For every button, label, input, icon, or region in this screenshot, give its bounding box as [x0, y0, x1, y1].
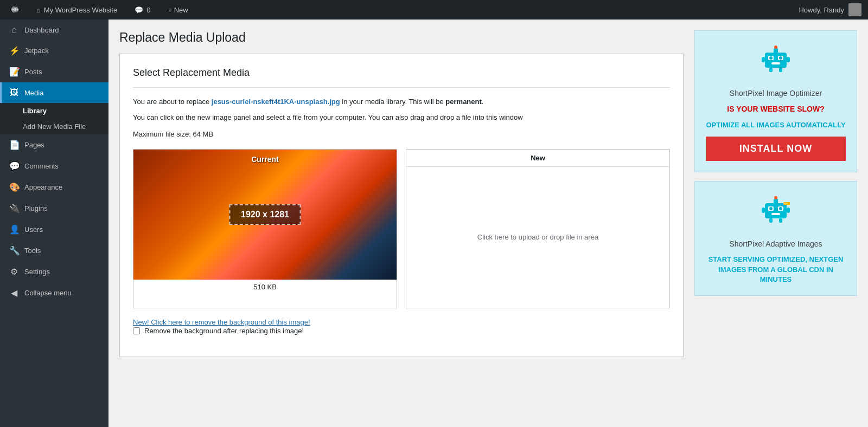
page-title: Replace Media Upload [119, 30, 684, 45]
sidebar-item-label: Posts [24, 68, 42, 76]
sidebar-item-media[interactable]: 🖼 Media [0, 82, 108, 103]
site-name: My WordPress Website [44, 6, 117, 14]
howdy-text: Howdy, Randy [799, 6, 844, 14]
svg-rect-8 [762, 57, 765, 62]
media-icon: 🖼 [9, 88, 19, 98]
sidebar-item-plugins[interactable]: 🔌 Plugins [0, 198, 108, 219]
new-content-button[interactable]: + New [163, 4, 192, 16]
sidebar-item-dashboard[interactable]: ⌂ Dashboard [0, 20, 108, 40]
desc-pre: You are about to replace [133, 98, 212, 106]
svg-point-15 [769, 207, 773, 210]
svg-rect-5 [771, 62, 780, 64]
current-image-container: Current 1920 x 1281 [133, 150, 397, 280]
svg-rect-6 [774, 48, 778, 54]
svg-point-4 [779, 56, 782, 60]
sidebar-item-label: Users [24, 225, 43, 234]
max-file-size: Maximum file size: 64 MB [133, 130, 670, 138]
wp-logo-icon: ✺ [11, 4, 19, 16]
home-icon: ⌂ [36, 6, 41, 14]
sidebar-submenu-library[interactable]: Library [0, 103, 108, 119]
sidebar-item-label: Tools [24, 247, 41, 255]
sidebar-item-label: Comments [24, 162, 59, 170]
ad-shortpixel-optimizer: ShortPixel Image Optimizer IS YOUR WEBSI… [694, 30, 857, 172]
upload-drop-area[interactable]: Click here to upload or drop file in are… [406, 167, 669, 308]
svg-point-3 [769, 56, 773, 60]
dashboard-icon: ⌂ [9, 25, 19, 35]
sidebar-item-users[interactable]: 👤 Users [0, 219, 108, 240]
appearance-icon: 🎨 [9, 182, 19, 192]
section-title: Select Replacement Media [133, 67, 670, 88]
sidebar-item-appearance[interactable]: 🎨 Appearance [0, 177, 108, 198]
ad-shortpixel-adaptive: ShortPixel Adaptive Images START SERVING… [694, 181, 857, 296]
sidebar-item-label: Jetpack [24, 47, 49, 55]
posts-icon: 📝 [9, 67, 19, 77]
upload-prompt: Click here to upload or drop file in are… [477, 233, 598, 241]
ad1-cta: OPTIMIZE ALL IMAGES AUTOMATICALLY [706, 120, 845, 130]
sidebar-item-jetpack[interactable]: ⚡ Jetpack [0, 40, 108, 61]
user-avatar [848, 3, 861, 16]
users-icon: 👤 [9, 224, 19, 235]
svg-rect-22 [769, 218, 773, 223]
sidebar-item-tools[interactable]: 🔧 Tools [0, 240, 108, 261]
svg-rect-21 [787, 208, 790, 213]
svg-rect-26 [785, 203, 786, 204]
media-submenu: Library Add New Media File [0, 103, 108, 134]
sidebar-item-pages[interactable]: 📄 Pages [0, 134, 108, 156]
description-line1: You are about to replace jesus-curiel-ns… [133, 96, 670, 108]
sidebar-item-label: Collapse menu [24, 289, 72, 297]
svg-rect-11 [779, 68, 782, 72]
sidebar-item-label: Appearance [24, 183, 62, 191]
comments-count: 0 [146, 6, 150, 14]
tools-icon: 🔧 [9, 245, 19, 256]
new-panel-label: New [406, 150, 669, 167]
sidebar-item-comments[interactable]: 💬 Comments [0, 156, 108, 177]
install-now-button[interactable]: INSTALL NOW [706, 137, 846, 161]
sidebar-submenu-add-new[interactable]: Add New Media File [0, 119, 108, 134]
current-media-panel: Current 1920 x 1281 510 KB [133, 149, 397, 308]
wp-logo-button[interactable]: ✺ [7, 2, 23, 18]
sidebar-item-posts[interactable]: 📝 Posts [0, 61, 108, 82]
svg-point-19 [774, 196, 777, 199]
remove-bg-link[interactable]: New! Click here to remove the background… [133, 318, 310, 326]
sidebar-item-label: Pages [24, 141, 44, 149]
media-panels: Current 1920 x 1281 510 KB New Click her… [133, 149, 670, 308]
admin-bar: ✺ ⌂ My WordPress Website 💬 0 + New Howdy… [0, 0, 868, 20]
svg-rect-17 [771, 213, 780, 215]
sidebar-item-settings[interactable]: ⚙ Settings [0, 261, 108, 282]
site-name-button[interactable]: ⌂ My WordPress Website [32, 4, 122, 16]
ad1-tagline: IS YOUR WEBSITE SLOW? [727, 104, 824, 114]
current-image-placeholder: Current 1920 x 1281 [133, 150, 397, 280]
remove-bg-checkbox[interactable] [133, 327, 140, 334]
new-label: + New [168, 6, 188, 14]
desc-end: . [482, 98, 484, 106]
remove-bg-label: Remove the background after replacing th… [144, 327, 304, 335]
collapse-icon: ◀ [9, 288, 19, 298]
robot-icon-2 [758, 192, 793, 233]
sidebar-item-collapse[interactable]: ◀ Collapse menu [0, 282, 108, 303]
comments-button[interactable]: 💬 0 [130, 4, 155, 16]
sidebar-ads: ShortPixel Image Optimizer IS YOUR WEBSI… [694, 20, 868, 427]
image-dimensions: 1920 x 1281 [229, 204, 301, 225]
current-file-size: 510 KB [133, 280, 397, 294]
permanent-text: permanent [445, 98, 481, 106]
admin-sidebar: ⌂ Dashboard ⚡ Jetpack 📝 Posts 🖼 Media Li… [0, 20, 108, 427]
description-line2: You can click on the new image panel and… [133, 112, 670, 124]
desc-post: in your media library. This will be [340, 98, 446, 106]
svg-point-7 [774, 46, 777, 49]
svg-point-16 [779, 207, 782, 210]
svg-rect-23 [779, 218, 782, 223]
svg-rect-27 [787, 203, 788, 204]
svg-rect-12 [765, 203, 787, 218]
remove-bg-link-container: New! Click here to remove the background… [133, 317, 670, 327]
comments-menu-icon: 💬 [9, 161, 19, 171]
settings-icon: ⚙ [9, 267, 19, 277]
current-label: Current [251, 155, 279, 164]
main-content: Replace Media Upload Select Replacement … [108, 20, 868, 427]
filename-link[interactable]: jesus-curiel-nskeft4t1KA-unsplash.jpg [212, 98, 340, 106]
svg-rect-9 [787, 57, 790, 62]
robot-icon-1 [758, 42, 793, 82]
svg-rect-0 [765, 53, 787, 68]
new-media-panel[interactable]: New Click here to upload or drop file in… [406, 149, 670, 308]
remove-bg-row: Remove the background after replacing th… [133, 327, 670, 335]
sidebar-item-label: Dashboard [24, 26, 59, 34]
